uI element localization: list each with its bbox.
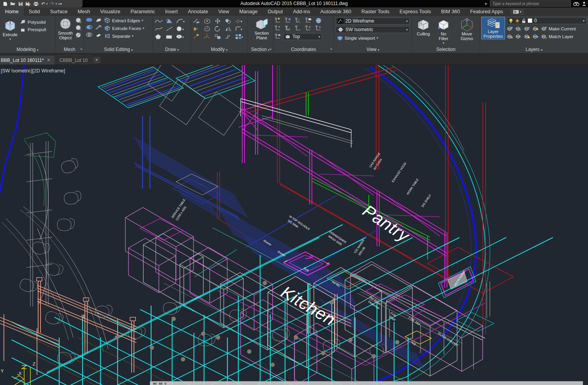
smooth-object-button[interactable]: Smooth Object [57,17,74,40]
stretch-icon[interactable] [193,26,202,32]
rectangle-icon[interactable] [165,33,174,40]
join-icon[interactable] [224,33,234,40]
subtract-icon[interactable] [86,25,93,31]
tab-autodesk360[interactable]: Autodesk 360 [315,7,356,16]
tab-visualize[interactable]: Visualize [95,7,125,16]
tab-solid[interactable]: Solid [24,7,45,16]
tab-express-tools[interactable]: Express Tools [394,7,436,16]
tab-addins[interactable]: Add-ins [288,7,315,16]
tab-annotate[interactable]: Annotate [183,7,213,16]
panel-title-layers[interactable]: Layers ▾ [480,46,588,53]
panel-title-modeling[interactable]: Modeling ▾ [0,46,55,53]
extract-edges-button[interactable]: Extract Edges▾ [104,17,144,24]
command-line-bar[interactable] [150,381,583,385]
section-plane-button[interactable]: Section Plane [249,17,274,40]
mirror-icon[interactable] [224,26,234,32]
file-tab-current[interactable]: BBB_Lot 10 160111*✕ [0,56,55,65]
search-binoculars-icon[interactable] [573,1,579,6]
viewport-controls-label[interactable]: [SW Isometric][2D Wireframe] [1,68,65,74]
panel-title-draw[interactable]: Draw ▾ [153,46,191,53]
trim-icon[interactable] [193,18,202,24]
ucs-view-icon[interactable] [275,33,282,40]
new-drawing-tab-button[interactable]: + [93,57,100,63]
ucs-previous-icon[interactable] [285,25,292,32]
intersect-icon[interactable] [86,32,93,39]
layer-unlock2-icon[interactable] [533,34,539,39]
panel-title-mesh[interactable]: Mesh↘ [55,46,84,53]
visual-style-dropdown[interactable]: 2D Wireframe▾ [336,18,410,25]
extrude-faces-button[interactable]: Extrude Faces▾ [104,25,144,32]
layer-off-icon[interactable] [507,34,513,39]
panel-title-solid-editing[interactable]: Solid Editing ▾ [84,46,153,53]
culling-button[interactable]: Culling [415,17,431,37]
make-current-button[interactable]: Make Current [541,25,576,32]
tab-insert[interactable]: Insert [160,7,183,16]
array-polar-icon[interactable] [203,26,213,32]
ucs-object-icon[interactable] [295,25,302,32]
tab-manage[interactable]: Manage [234,7,262,16]
ucs-world-icon[interactable] [295,18,302,24]
panel-title-view[interactable]: View ▾ [334,46,412,53]
explode-icon[interactable] [203,33,213,40]
layer-lock-icon[interactable] [533,26,539,31]
account-icon[interactable] [582,1,586,6]
thicken-icon[interactable] [95,25,102,31]
ucs-face-icon[interactable] [305,18,312,24]
fillet-icon[interactable]: ▾ [235,26,244,32]
layer-freeze-icon[interactable] [524,26,530,31]
tab-raster-tools[interactable]: Raster Tools [356,7,394,16]
spline-icon[interactable] [155,26,164,32]
offset-icon[interactable]: ▾ [235,18,244,24]
search-input[interactable]: Type a keyword or phrase [490,0,571,7]
tab-parametric[interactable]: Parametric [125,7,160,16]
ucs-origin-icon[interactable] [285,18,292,24]
layer-settings-icon[interactable] [516,26,521,31]
match-layer-button[interactable]: Match Layer [541,33,573,40]
separate-button[interactable]: Separate▾ [104,33,144,39]
tab-view[interactable]: View [213,7,234,16]
tab-bim360[interactable]: BIM 360 [436,7,465,16]
line-icon[interactable] [165,26,174,32]
file-tab-other[interactable]: CBBB_Lot 10 [55,55,92,65]
no-filter-button[interactable]: No Filter▾ [435,17,452,46]
ellipse-icon[interactable]: ▾ [176,33,185,40]
tab-surface[interactable]: Surface [45,7,73,16]
slice-icon[interactable] [95,17,102,24]
ucs-z-icon[interactable]: Z [305,25,312,32]
panel-title-coordinates[interactable]: Coordinates↘ [273,46,334,53]
mesh-reduce-icon[interactable] [75,25,82,31]
union-icon[interactable] [86,17,93,24]
panel-title-modify[interactable]: Modify ▾ [191,46,247,53]
tab-featured-apps[interactable]: Featured Apps [465,7,508,16]
extrude-button[interactable]: Extrude▾ [2,17,19,42]
ribbon-display-options[interactable]: ▾ [511,9,524,15]
close-tab-icon[interactable]: ✕ [47,58,50,63]
polysolid-button[interactable]: Polysolid [20,19,46,25]
rotate-icon[interactable] [214,26,223,32]
tab-output[interactable]: Output [262,7,288,16]
move-icon[interactable] [214,18,223,24]
polygon-icon[interactable] [155,33,164,40]
layer-turn-on-icon[interactable] [516,34,521,39]
layer-thaw-icon[interactable] [524,34,530,39]
view-preset-dropdown[interactable]: SW Isometric▾ [336,26,410,33]
infocenter-collapse-icon[interactable]: ▶ [485,2,488,5]
erase-icon[interactable] [193,33,202,40]
presspull-button[interactable]: Presspull [20,26,46,33]
circle-icon[interactable]: ▾ [176,26,185,32]
interfere-icon[interactable] [95,32,102,39]
ucs-named-icon[interactable] [275,18,282,24]
viewport-config-button[interactable]: Single viewport▾ [336,35,410,41]
layer-properties-button[interactable]: Layer Properties [482,17,505,39]
mesh-crease-icon[interactable] [75,32,82,39]
arc-icon[interactable]: ▾ [176,18,185,24]
layer-isolate-icon[interactable] [507,26,513,31]
polyline-icon[interactable] [155,18,164,24]
ucs-globe-icon[interactable] [315,18,322,24]
move-gizmo-button[interactable]: Move Gizmo [456,17,478,41]
mesh-refine-icon[interactable] [75,17,82,24]
copy-icon[interactable] [224,18,234,24]
ucs-x-icon[interactable] [275,25,282,32]
drawing-canvas[interactable]: [SW Isometric][2D Wireframe] [0,65,588,385]
panel-title-section[interactable]: Section ▾↘ [248,46,273,53]
